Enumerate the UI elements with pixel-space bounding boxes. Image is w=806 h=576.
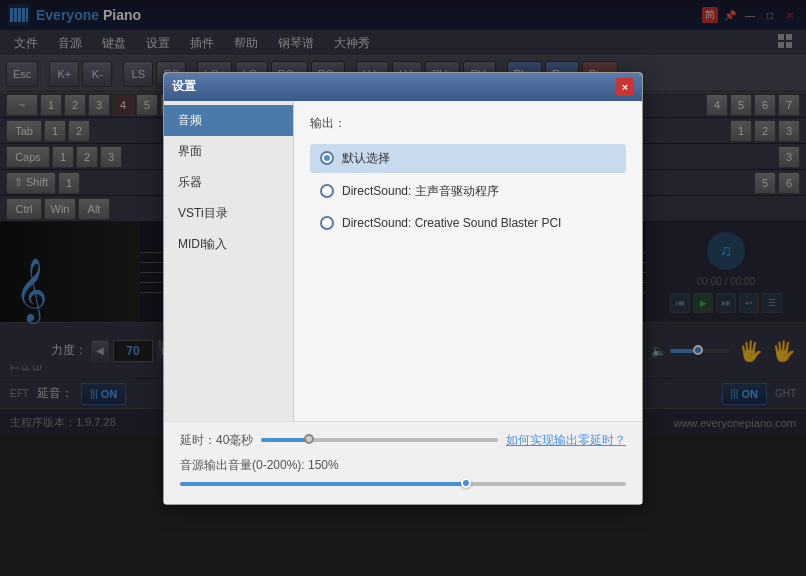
vol-slider-thumb[interactable] bbox=[461, 478, 471, 488]
dialog-body: 音频 界面 乐器 VSTi目录 MIDI输入 输出： 默认选择 DirectSo… bbox=[164, 101, 642, 421]
volume-row: 音源输出音量(0-200%): 150% bbox=[180, 457, 626, 474]
volume-label: 音源输出音量(0-200%): 150% bbox=[180, 457, 339, 474]
latency-slider-fill bbox=[261, 438, 308, 442]
radio-dot-ds2 bbox=[320, 216, 334, 230]
dialog-close-btn[interactable]: × bbox=[616, 78, 634, 96]
sidebar-instrument[interactable]: 乐器 bbox=[164, 167, 293, 198]
latency-label: 延时：40毫秒 bbox=[180, 432, 253, 449]
dialog-footer: 延时：40毫秒 如何实现输出零延时？ 音源输出音量(0-200%): 150% bbox=[164, 421, 642, 504]
radio-label-ds1: DirectSound: 主声音驱动程序 bbox=[342, 183, 499, 200]
radio-label-default: 默认选择 bbox=[342, 150, 390, 167]
latency-link[interactable]: 如何实现输出零延时？ bbox=[506, 432, 626, 449]
dialog-sidebar: 音频 界面 乐器 VSTi目录 MIDI输入 bbox=[164, 101, 294, 421]
radio-directsound1[interactable]: DirectSound: 主声音驱动程序 bbox=[310, 177, 626, 206]
vol-slider-fill bbox=[180, 482, 470, 486]
dialog-main-panel: 输出： 默认选择 DirectSound: 主声音驱动程序 DirectSoun… bbox=[294, 101, 642, 421]
latency-slider-track[interactable] bbox=[261, 438, 498, 442]
volume-slider-track-dialog[interactable] bbox=[180, 482, 626, 486]
sidebar-midi[interactable]: MIDI输入 bbox=[164, 229, 293, 260]
radio-directsound2[interactable]: DirectSound: Creative Sound Blaster PCI bbox=[310, 210, 626, 236]
sidebar-vsti[interactable]: VSTi目录 bbox=[164, 198, 293, 229]
sidebar-ui[interactable]: 界面 bbox=[164, 136, 293, 167]
radio-label-ds2: DirectSound: Creative Sound Blaster PCI bbox=[342, 216, 561, 230]
output-section-title: 输出： bbox=[310, 115, 626, 132]
radio-dot-ds1 bbox=[320, 184, 334, 198]
volume-slider-row bbox=[180, 482, 626, 486]
radio-default[interactable]: 默认选择 bbox=[310, 144, 626, 173]
dialog-title: 设置 bbox=[172, 78, 196, 95]
latency-slider-thumb[interactable] bbox=[304, 434, 314, 444]
latency-row: 延时：40毫秒 如何实现输出零延时？ bbox=[180, 432, 626, 449]
dialog-overlay: 设置 × 音频 界面 乐器 VSTi目录 MIDI输入 输出： 默认选择 bbox=[0, 0, 806, 576]
settings-dialog: 设置 × 音频 界面 乐器 VSTi目录 MIDI输入 输出： 默认选择 bbox=[163, 72, 643, 505]
sidebar-audio[interactable]: 音频 bbox=[164, 105, 293, 136]
dialog-title-bar: 设置 × bbox=[164, 73, 642, 101]
radio-dot-default bbox=[320, 151, 334, 165]
